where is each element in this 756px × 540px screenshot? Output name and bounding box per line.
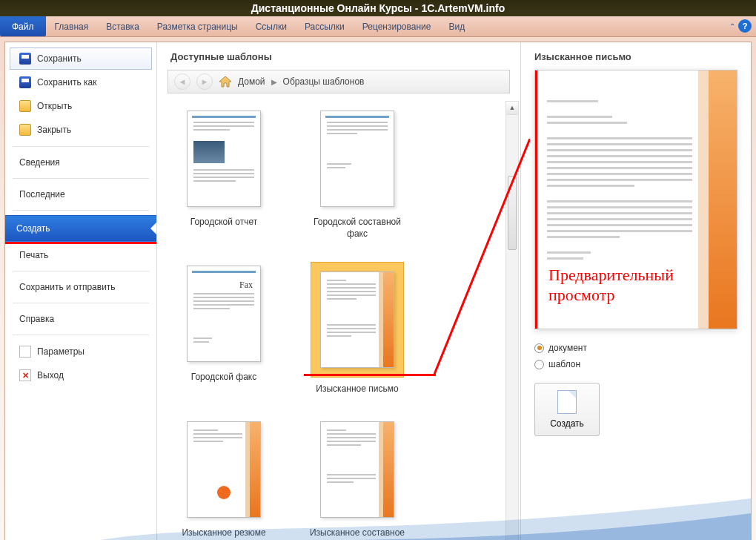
- sidebar-label: Создать: [16, 223, 50, 234]
- help-icon[interactable]: ?: [738, 19, 752, 33]
- sidebar-help[interactable]: Справка: [10, 309, 152, 329]
- radio-icon: [534, 360, 544, 369]
- template-gallery: Доступные шаблоны ◄ ► Домой ▶ Образцы ша…: [157, 42, 521, 540]
- create-button[interactable]: Создать: [534, 383, 600, 436]
- radio-icon: [534, 343, 544, 353]
- template-label: Городской отчет: [190, 217, 257, 228]
- template-city-fax[interactable]: Fax Городской факс: [172, 262, 276, 395]
- ribbon-tab-insert[interactable]: Вставка: [97, 16, 148, 36]
- exit-icon: ✕: [19, 369, 31, 381]
- sidebar-params[interactable]: Параметры: [10, 340, 152, 363]
- sidebar-label: Печать: [19, 250, 48, 260]
- crumb-home[interactable]: Домой: [238, 76, 265, 87]
- ribbon-collapse-icon[interactable]: ⌃: [729, 22, 735, 30]
- template-label: Изысканное письмо: [316, 383, 398, 395]
- preview-annotation-text: Предварительный просмотр: [548, 266, 737, 305]
- backstage-sidebar: Сохранить Сохранить как Открыть Закрыть …: [5, 42, 157, 540]
- gallery-scrollbar[interactable]: ▲ ▼: [505, 101, 519, 540]
- sidebar-label: Справка: [19, 314, 54, 324]
- radio-document[interactable]: документ: [534, 343, 737, 353]
- options-icon: [19, 346, 31, 358]
- ribbon-tab-mailings[interactable]: Рассылки: [296, 16, 354, 36]
- sidebar-label: Сохранить: [37, 53, 82, 64]
- template-label: Городской составной факс: [305, 217, 409, 240]
- ribbon-tab-review[interactable]: Рецензирование: [354, 16, 440, 36]
- sidebar-label: Сохранить как: [37, 77, 96, 88]
- sidebar-exit[interactable]: ✕ Выход: [10, 364, 152, 386]
- template-city-report[interactable]: Городской отчет: [172, 107, 276, 240]
- preview-title: Изысканное письмо: [534, 51, 737, 62]
- ribbon-tab-file[interactable]: Файл: [0, 16, 46, 36]
- sidebar-label: Сведения: [19, 157, 60, 168]
- folder-open-icon: [19, 100, 31, 112]
- preview-thumbnail: Предварительный просмотр: [534, 70, 737, 329]
- window-title: Дистанционные Онлайн Курсы - 1C.ArtemVM.…: [0, 0, 756, 16]
- ribbon: Файл Главная Вставка Разметка страницы С…: [0, 16, 756, 37]
- sidebar-label: Закрыть: [37, 125, 71, 135]
- sidebar-save[interactable]: Сохранить: [10, 47, 152, 70]
- template-city-merge-fax[interactable]: Городской составной факс: [305, 107, 409, 240]
- sidebar-recent[interactable]: Последние: [10, 184, 152, 205]
- sidebar-label: Последние: [19, 189, 65, 200]
- annotation-red-bar: [535, 70, 537, 329]
- template-elegant-resume[interactable]: Изысканное резюме: [172, 418, 276, 540]
- annotation-underline: [5, 242, 156, 244]
- sidebar-create[interactable]: Создать: [5, 215, 156, 242]
- save-icon: [19, 53, 31, 65]
- template-elegant-letter[interactable]: Изысканное письмо: [305, 262, 409, 395]
- template-elegant-merge-letter[interactable]: Изысканное составное письмо: [305, 418, 409, 540]
- sidebar-close[interactable]: Закрыть: [10, 119, 152, 141]
- ribbon-tab-home[interactable]: Главная: [46, 16, 98, 36]
- radio-label: документ: [548, 343, 587, 353]
- radio-template[interactable]: шаблон: [534, 359, 737, 369]
- ribbon-tab-layout[interactable]: Разметка страницы: [148, 16, 247, 36]
- sidebar-save-as[interactable]: Сохранить как: [10, 71, 152, 93]
- scroll-thumb[interactable]: [508, 176, 517, 250]
- folder-close-icon: [19, 124, 31, 136]
- sidebar-label: Открыть: [37, 101, 72, 111]
- sidebar-label: Сохранить и отправить: [19, 282, 116, 292]
- preview-pane: Изысканное письмо Предварительный просмо…: [521, 42, 751, 540]
- create-button-label: Создать: [550, 418, 584, 429]
- breadcrumb: ◄ ► Домой ▶ Образцы шаблонов: [168, 70, 510, 93]
- crumb-samples[interactable]: Образцы шаблонов: [283, 76, 365, 87]
- sidebar-open[interactable]: Открыть: [10, 95, 152, 117]
- gallery-header: Доступные шаблоны: [157, 42, 520, 67]
- sidebar-label: Параметры: [37, 346, 84, 357]
- sidebar-save-send[interactable]: Сохранить и отправить: [10, 277, 152, 297]
- sidebar-print[interactable]: Печать: [10, 245, 152, 266]
- ribbon-tab-view[interactable]: Вид: [440, 16, 474, 36]
- nav-forward-button[interactable]: ►: [196, 73, 213, 90]
- home-icon[interactable]: [219, 76, 232, 88]
- template-label: Изысканное резюме: [182, 527, 265, 539]
- template-label: Изысканное составное письмо: [305, 527, 409, 540]
- ribbon-tab-references[interactable]: Ссылки: [247, 16, 296, 36]
- fax-label: Fax: [239, 280, 253, 291]
- template-label: Городской факс: [191, 372, 256, 383]
- sidebar-label: Выход: [37, 370, 64, 381]
- radio-label: шаблон: [548, 359, 580, 369]
- document-icon: [557, 390, 577, 414]
- sidebar-info[interactable]: Сведения: [10, 152, 152, 173]
- nav-back-button[interactable]: ◄: [174, 73, 190, 90]
- chevron-right-icon: ▶: [271, 78, 277, 86]
- save-as-icon: [19, 76, 31, 88]
- scroll-up-button[interactable]: ▲: [506, 102, 518, 115]
